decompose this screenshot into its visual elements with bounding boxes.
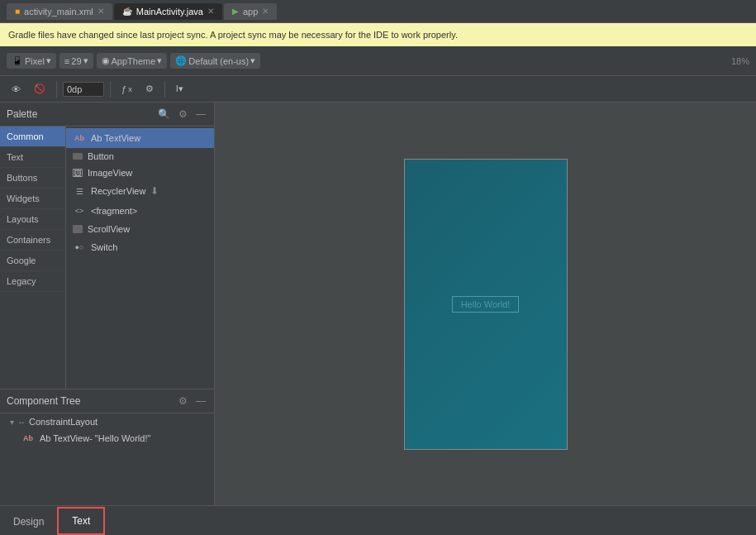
tab-text[interactable]: Text bbox=[57, 507, 105, 535]
api-label: 29 bbox=[71, 56, 81, 66]
api-icon: ≡ bbox=[64, 56, 69, 66]
fragment-icon: <> bbox=[73, 204, 86, 217]
palette-cat-widgets[interactable]: Widgets bbox=[0, 189, 65, 209]
theme-selector[interactable]: ◉ AppTheme ▾ bbox=[97, 53, 168, 69]
tree-item-textview-label: Ab TextView- "Hello World!" bbox=[40, 433, 150, 443]
hello-world-element: Hello World! bbox=[452, 296, 520, 313]
palette-item-textview[interactable]: Ab Ab TextView bbox=[66, 128, 214, 148]
tab-app-close[interactable]: ✕ bbox=[262, 7, 269, 16]
tab-app[interactable]: ▶ app ✕ bbox=[224, 3, 277, 20]
settings-button[interactable]: ⚙ bbox=[140, 82, 159, 96]
device-selector[interactable]: 📱 Pixel ▾ bbox=[7, 53, 56, 69]
toolbar-separator-2 bbox=[110, 81, 111, 98]
palette-item-recyclerview-label: RecyclerView bbox=[91, 186, 145, 196]
locale-label: Default (en-us) bbox=[188, 56, 249, 66]
constraint-layout-icon: ↔ bbox=[17, 418, 26, 427]
palette-cat-text[interactable]: Text bbox=[0, 147, 65, 168]
gradle-warning-bar: Gradle files have changed since last pro… bbox=[0, 23, 756, 46]
app-icon: ▶ bbox=[232, 7, 239, 16]
offset-input[interactable] bbox=[63, 82, 104, 97]
tab-main-activity-label: MainActivity.java bbox=[136, 7, 203, 17]
button-icon bbox=[73, 153, 83, 160]
main-toolbar: 📱 Pixel ▾ ≡ 29 ▾ ◉ AppTheme ▾ 🌐 Default … bbox=[0, 46, 756, 76]
tree-settings-button[interactable]: ⚙ bbox=[177, 394, 189, 408]
palette-item-button-label: Button bbox=[88, 151, 114, 161]
palette-item-scrollview-label: ScrollView bbox=[88, 224, 130, 234]
xml-icon: ■ bbox=[15, 7, 20, 16]
palette-item-textview-label: Ab TextView bbox=[91, 133, 140, 143]
locale-selector[interactable]: 🌐 Default (en-us) ▾ bbox=[170, 53, 260, 69]
device-icon: 📱 bbox=[12, 55, 23, 66]
tab-design-label: Design bbox=[13, 516, 44, 528]
component-tree-section: Component Tree ⚙ — ▾ ↔ ConstraintLayout … bbox=[0, 389, 214, 505]
component-tree-header: Component Tree ⚙ — bbox=[0, 389, 214, 413]
tree-item-constraint-label: ConstraintLayout bbox=[29, 417, 97, 427]
theme-dropdown-icon: ▾ bbox=[157, 55, 162, 66]
palette-minimize-button[interactable]: — bbox=[194, 107, 207, 122]
palette-categories: Common Text Buttons Widgets Layouts Cont… bbox=[0, 127, 66, 389]
palette-settings-button[interactable]: ⚙ bbox=[177, 107, 189, 122]
palette-item-button[interactable]: Button bbox=[66, 148, 214, 165]
palette-section: Palette 🔍 ⚙ — Common Text Buttons Widget… bbox=[0, 103, 214, 389]
tree-textview-icon: Ab bbox=[23, 434, 33, 442]
tab-main-activity-close[interactable]: ✕ bbox=[207, 7, 214, 16]
device-dropdown-icon: ▾ bbox=[46, 55, 51, 66]
palette-header: Palette 🔍 ⚙ — bbox=[0, 103, 214, 127]
fx-button[interactable]: ƒx bbox=[116, 83, 137, 96]
canvas-area: Hello World! ↗ bbox=[215, 103, 756, 505]
eye-button[interactable]: 👁 bbox=[7, 83, 26, 96]
palette-item-fragment[interactable]: <> <fragment> bbox=[66, 201, 214, 221]
palette-item-fragment-label: <fragment> bbox=[91, 206, 137, 216]
palette-body: Common Text Buttons Widgets Layouts Cont… bbox=[0, 127, 214, 389]
switch-icon: ●○ bbox=[73, 241, 86, 254]
palette-item-switch-label: Switch bbox=[91, 242, 117, 252]
device-frame[interactable]: Hello World! bbox=[404, 159, 568, 450]
palette-search-button[interactable]: 🔍 bbox=[156, 107, 172, 122]
zoom-label: 18% bbox=[731, 56, 749, 66]
forbidden-button[interactable]: 🚫 bbox=[29, 82, 50, 96]
java-icon: ☕ bbox=[122, 7, 132, 16]
palette-item-scrollview[interactable]: ScrollView bbox=[66, 221, 214, 237]
tree-items: ▾ ↔ ConstraintLayout Ab Ab TextView- "He… bbox=[0, 413, 214, 447]
main-content: Palette 🔍 ⚙ — Common Text Buttons Widget… bbox=[0, 103, 756, 505]
tab-activity-main-close[interactable]: ✕ bbox=[97, 7, 104, 16]
palette-items: Ab Ab TextView Button 🖼 ImageView ☰ Recy… bbox=[66, 127, 214, 389]
tab-main-activity[interactable]: ☕ MainActivity.java ✕ bbox=[114, 3, 222, 20]
palette-cat-layouts[interactable]: Layouts bbox=[0, 209, 65, 230]
left-panel: Palette 🔍 ⚙ — Common Text Buttons Widget… bbox=[0, 103, 215, 505]
tree-item-textview[interactable]: Ab Ab TextView- "Hello World!" bbox=[0, 430, 214, 447]
api-selector[interactable]: ≡ 29 ▾ bbox=[59, 53, 93, 69]
palette-item-recyclerview[interactable]: ☰ RecyclerView ⬇ bbox=[66, 181, 214, 201]
tab-design[interactable]: Design bbox=[0, 508, 57, 534]
palette-item-switch[interactable]: ●○ Switch bbox=[66, 237, 214, 257]
device-inner: Hello World! bbox=[405, 160, 567, 449]
bottom-tabs: Design Text bbox=[0, 505, 756, 535]
tab-activity-main-label: activity_main.xml bbox=[24, 7, 93, 17]
palette-item-imageview[interactable]: 🖼 ImageView bbox=[66, 165, 214, 181]
toolbar-separator-3 bbox=[164, 81, 165, 98]
tree-item-constraint[interactable]: ▾ ↔ ConstraintLayout bbox=[0, 413, 214, 430]
device-container: Hello World! ↗ bbox=[404, 159, 568, 450]
design-toolbar: 👁 🚫 ƒx ⚙ I▾ bbox=[0, 76, 756, 103]
palette-cat-google[interactable]: Google bbox=[0, 251, 65, 271]
palette-cat-legacy[interactable]: Legacy bbox=[0, 271, 65, 292]
align-button[interactable]: I▾ bbox=[171, 82, 188, 96]
palette-title: Palette bbox=[7, 108, 151, 120]
palette-item-imageview-label: ImageView bbox=[88, 168, 132, 178]
tree-minimize-button[interactable]: — bbox=[194, 394, 207, 408]
palette-cat-buttons[interactable]: Buttons bbox=[0, 168, 65, 189]
gradle-warning-message: Gradle files have changed since last pro… bbox=[8, 30, 458, 40]
device-label: Pixel bbox=[25, 56, 45, 66]
tree-arrow-icon: ▾ bbox=[10, 418, 14, 427]
tab-activity-main[interactable]: ■ activity_main.xml ✕ bbox=[7, 3, 112, 20]
title-bar: ■ activity_main.xml ✕ ☕ MainActivity.jav… bbox=[0, 0, 756, 23]
locale-icon: 🌐 bbox=[175, 55, 187, 66]
recyclerview-icon: ☰ bbox=[73, 184, 86, 198]
theme-label: AppTheme bbox=[112, 56, 156, 66]
download-icon: ⬇ bbox=[150, 185, 159, 197]
tab-text-label: Text bbox=[72, 515, 90, 527]
locale-dropdown-icon: ▾ bbox=[250, 55, 255, 66]
palette-cat-containers[interactable]: Containers bbox=[0, 230, 65, 251]
tab-app-label: app bbox=[243, 7, 258, 17]
palette-cat-common[interactable]: Common bbox=[0, 127, 65, 147]
